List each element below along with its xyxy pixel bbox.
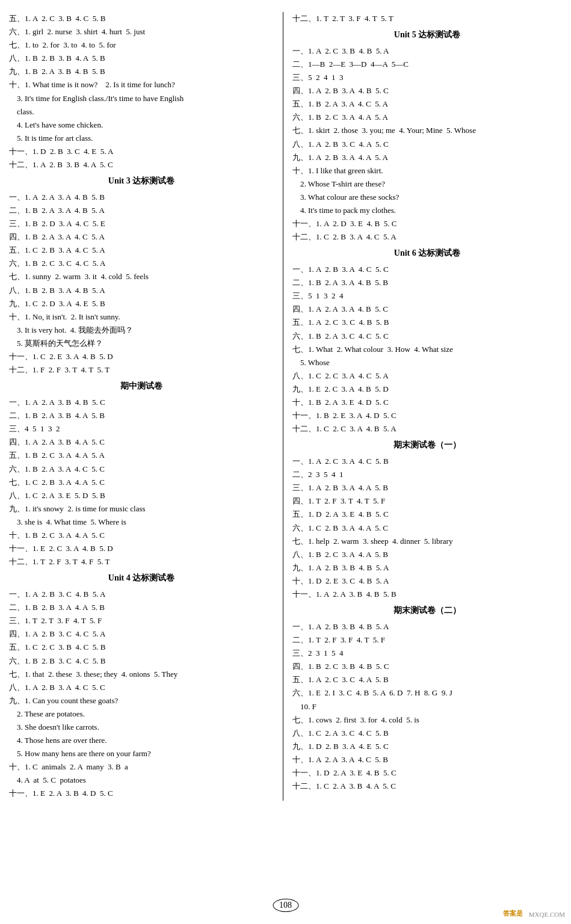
left-line: Unit 4 达标测试卷: [9, 571, 274, 585]
left-line: 十一、1. E 2. A 3. B 4. D 5. C: [9, 787, 274, 800]
right-line: 三、1. A 2. B 3. A 4. A 5. B: [292, 481, 562, 494]
right-line: 十、1. A 2. A 3. A 4. C 5. B: [292, 753, 562, 766]
left-line: 十、1. No, it isn't. 2. It isn't sunny.: [9, 310, 274, 324]
left-line: 四、1. A 2. A 3. B 4. A 5. C: [9, 436, 274, 449]
right-line: 三、5 2 4 1 3: [292, 71, 562, 84]
right-line: 期末测试卷（一）: [292, 438, 562, 452]
left-line: 九、1. C 2. D 3. A 4. E 5. B: [9, 297, 274, 310]
left-line: 六、1. girl 2. nurse 3. shirt 4. hurt 5. j…: [9, 25, 274, 38]
left-line: 3. It's time for English class./It's tim…: [9, 92, 274, 105]
left-line: class.: [9, 105, 274, 119]
left-line: 十一、1. E 2. C 3. A 4. B 5. D: [9, 542, 274, 555]
left-column: 五、1. A 2. C 3. B 4. C 5. B六、1. girl 2. n…: [9, 12, 274, 801]
right-line: 八、1. A 2. B 3. C 4. A 5. C: [292, 138, 562, 151]
right-line: 九、1. E 2. C 3. A 4. B 5. D: [292, 383, 562, 396]
left-line: 四、1. A 2. B 3. C 4. C 5. A: [9, 627, 274, 641]
left-line: 五、1. A 2. C 3. B 4. C 5. B: [9, 12, 274, 25]
right-line: 三、5 1 3 2 4: [292, 289, 562, 303]
right-line: 十一、1. A 2. D 3. E 4. B 5. C: [292, 217, 562, 230]
right-line: 九、1. A 2. B 3. A 4. A 5. A: [292, 151, 562, 164]
left-line: 一、1. A 2. B 3. C 4. B 5. A: [9, 588, 274, 601]
left-line: 五、1. B 2. C 3. A 4. A 5. A: [9, 449, 274, 462]
right-column: 十二、1. T 2. T 3. F 4. T 5. TUnit 5 达标测试卷一…: [292, 12, 562, 801]
right-line: 期末测试卷（二）: [292, 603, 562, 618]
left-line: 十、1. C animals 2. A many 3. B a: [9, 760, 274, 774]
left-line: 一、1. A 2. A 3. A 4. B 5. B: [9, 191, 274, 204]
right-line: 2. Whose T-shirt are these?: [292, 177, 562, 191]
left-line: 3. she is 4. What time 5. Where is: [9, 516, 274, 529]
left-line: 二、1. B 2. A 3. B 4. A 5. B: [9, 409, 274, 422]
right-line: 五、1. D 2. A 3. E 4. B 5. C: [292, 508, 562, 521]
left-line: 七、1. to 2. for 3. to 4. to 5. for: [9, 38, 274, 52]
left-line: 三、1. T 2. T 3. F 4. T 5. F: [9, 614, 274, 627]
left-line: 5. It is time for art class.: [9, 132, 274, 145]
left-line: 二、1. B 2. B 3. A 4. A 5. B: [9, 601, 274, 614]
left-line: 2. These are potatoes.: [9, 707, 274, 721]
right-line: 十、1. D 2. E 3. C 4. B 5. A: [292, 574, 562, 588]
column-divider: [283, 12, 283, 801]
right-line: 二、2 3 5 4 1: [292, 468, 562, 481]
left-line: 十二、1. A 2. B 3. B 4. A 5. C: [9, 158, 274, 171]
left-line: 八、1. C 2. A 3. E 5. D 5. B: [9, 489, 274, 502]
left-line: 二、1. B 2. A 3. A 4. B 5. A: [9, 204, 274, 217]
left-line: 3. It is very hot. 4. 我能去外面吗？: [9, 324, 274, 337]
right-line: 一、1. A 2. B 3. B 4. B 5. A: [292, 620, 562, 633]
left-line: 五、1. C 2. C 3. B 4. C 5. B: [9, 641, 274, 654]
right-line: 八、1. B 2. C 3. A 4. A 5. B: [292, 548, 562, 561]
right-line: 3. What colour are these socks?: [292, 191, 562, 204]
right-line: 二、1. B 2. A 3. A 4. B 5. B: [292, 276, 562, 289]
left-line: 期中测试卷: [9, 379, 274, 393]
right-line: 四、1. A 2. A 3. A 4. B 5. C: [292, 303, 562, 316]
left-line: 3. She doesn't like carrots.: [9, 721, 274, 734]
left-line: 八、1. A 2. B 3. A 4. C 5. C: [9, 681, 274, 694]
right-line: 10. F: [292, 700, 562, 713]
left-line: 4. Let's have some chicken.: [9, 119, 274, 132]
left-line: 七、1. sunny 2. warm 3. it 4. cold 5. feel…: [9, 270, 274, 283]
left-line: 八、1. B 2. B 3. B 4. A 5. B: [9, 52, 274, 65]
watermark-right: MXQE.COM: [529, 911, 565, 918]
left-line: 五、1. C 2. B 3. A 4. C 5. A: [9, 244, 274, 257]
right-line: 一、1. A 2. C 3. A 4. C 5. B: [292, 455, 562, 468]
left-line: 七、1. C 2. B 3. A 4. A 5. C: [9, 476, 274, 489]
right-line: 九、1. D 2. B 3. A 4. E 5. C: [292, 740, 562, 753]
right-line: 一、1. A 2. B 3. A 4. C 5. C: [292, 263, 562, 276]
right-line: 4. It's time to pack my clothes.: [292, 204, 562, 217]
left-line: 十、1. B 2. C 3. A 4. A 5. C: [9, 529, 274, 542]
left-line: 四、1. B 2. A 3. A 4. C 5. A: [9, 230, 274, 244]
left-line: Unit 3 达标测试卷: [9, 174, 274, 188]
right-line: 六、1. C 2. B 3. A 4. A 5. C: [292, 522, 562, 535]
right-line: 二、1—B 2—E 3—D 4—A 5—C: [292, 58, 562, 71]
right-line: 5. Whose: [292, 356, 562, 369]
right-line: 七、1. What 2. What colour 3. How 4. What …: [292, 343, 562, 356]
right-line: 七、1. help 2. warm 3. sheep 4. dinner 5. …: [292, 535, 562, 548]
right-line: 五、1. A 2. C 3. C 4. A 5. B: [292, 673, 562, 686]
left-line: 三、1. B 2. D 3. A 4. C 5. E: [9, 217, 274, 230]
right-line: 十一、1. B 2. E 3. A 4. D 5. C: [292, 409, 562, 422]
right-line: 十一、1. A 2. A 3. B 4. B 5. B: [292, 588, 562, 601]
right-line: 三、2 3 1 5 4: [292, 647, 562, 660]
page-number: 108: [273, 899, 298, 912]
right-line: 四、1. A 2. B 3. A 4. B 5. C: [292, 84, 562, 97]
left-line: 九、1. B 2. A 3. B 4. B 5. B: [9, 65, 274, 78]
left-line: 4. A at 5. C potatoes: [9, 774, 274, 787]
left-line: 六、1. B 2. C 3. C 4. C 5. A: [9, 257, 274, 270]
right-line: Unit 6 达标测试卷: [292, 246, 562, 260]
right-line: 五、1. A 2. C 3. C 4. B 5. B: [292, 316, 562, 329]
right-line: 十、1. B 2. A 3. E 4. D 5. C: [292, 396, 562, 409]
left-line: 十一、1. D 2. B 3. C 4. E 5. A: [9, 145, 274, 158]
right-line: 十二、1. C 2. B 3. A 4. C 5. A: [292, 230, 562, 244]
left-line: 九、1. it's snowy 2. is time for music cla…: [9, 502, 274, 516]
right-line: 七、1. cows 2. first 3. for 4. cold 5. is: [292, 713, 562, 727]
right-line: 十二、1. C 2. C 3. A 4. B 5. A: [292, 422, 562, 436]
left-line: 十二、1. T 2. F 3. T 4. F 5. T: [9, 555, 274, 568]
right-line: 十二、1. T 2. T 3. F 4. T 5. T: [292, 12, 562, 25]
left-line: 5. 莫斯科的天气怎么样？: [9, 337, 274, 350]
left-line: 九、1. Can you count these goats?: [9, 694, 274, 707]
right-line: 四、1. B 2. C 3. B 4. B 5. C: [292, 660, 562, 673]
right-line: Unit 5 达标测试卷: [292, 28, 562, 42]
right-line: 六、1. B 2. C 3. A 4. A 5. A: [292, 111, 562, 124]
left-line: 4. Those hens are over there.: [9, 734, 274, 747]
page-container: 五、1. A 2. C 3. B 4. C 5. B六、1. girl 2. n…: [0, 0, 571, 924]
left-line: 十二、1. F 2. F 3. T 4. T 5. T: [9, 363, 274, 377]
left-line: 5. How many hens are there on your farm?: [9, 747, 274, 760]
